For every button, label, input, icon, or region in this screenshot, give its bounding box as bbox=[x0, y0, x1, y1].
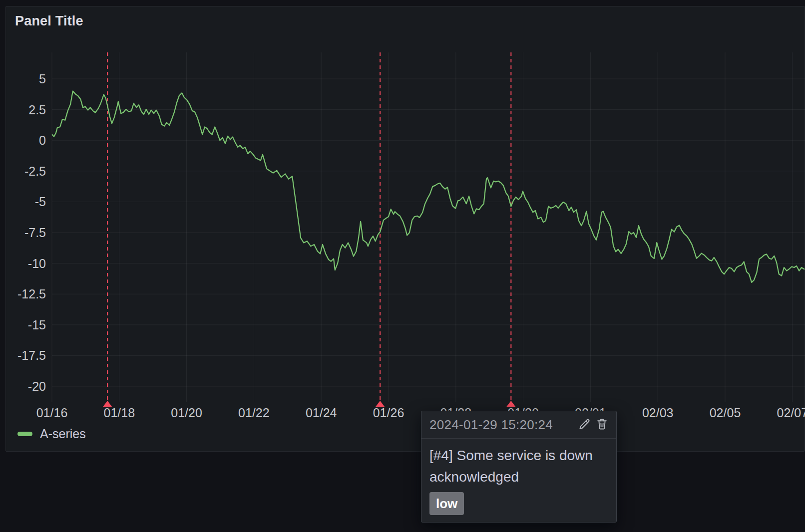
annotation-tooltip-body: [#4] Some service is down acknowledged l… bbox=[421, 439, 616, 515]
x-axis-tick-label: 01/20 bbox=[163, 406, 211, 420]
annotation-tooltip: 2024-01-29 15:20:24 bbox=[421, 411, 617, 523]
legend-series-label: A-series bbox=[40, 426, 86, 441]
legend-item-a-series[interactable]: A-series bbox=[17, 426, 86, 441]
timeseries-panel bbox=[5, 6, 805, 452]
edit-annotation-button[interactable] bbox=[577, 417, 592, 432]
x-axis-tick-label: 01/16 bbox=[28, 406, 76, 420]
y-axis-tick-label: -15 bbox=[7, 318, 46, 331]
panel-title[interactable]: Panel Title bbox=[15, 13, 83, 29]
x-axis-tick-label: 02/05 bbox=[701, 406, 749, 420]
x-axis-tick-label: 01/24 bbox=[297, 406, 345, 420]
grafana-dashboard: Panel Title A-series 52.50-2.5-5-7.5-10-… bbox=[0, 0, 805, 532]
y-axis-tick-label: -5 bbox=[7, 195, 46, 208]
annotation-text: [#4] Some service is down acknowledged bbox=[429, 445, 608, 488]
x-axis-tick-label: 02/03 bbox=[634, 406, 682, 420]
y-axis-tick-label: 2.5 bbox=[7, 103, 46, 116]
y-axis-tick-label: 5 bbox=[7, 72, 46, 85]
y-axis-tick-label: -12.5 bbox=[7, 287, 46, 300]
trash-icon bbox=[595, 417, 609, 432]
annotation-tooltip-header: 2024-01-29 15:20:24 bbox=[421, 411, 616, 439]
x-axis-tick-label: 02/07 bbox=[769, 406, 805, 420]
annotation-timestamp: 2024-01-29 15:20:24 bbox=[429, 417, 574, 433]
x-axis-tick-label: 01/22 bbox=[230, 406, 278, 420]
pencil-icon bbox=[578, 417, 591, 432]
delete-annotation-button[interactable] bbox=[594, 417, 609, 432]
y-axis-tick-label: -17.5 bbox=[7, 349, 46, 362]
y-axis-tick-label: 0 bbox=[7, 134, 46, 147]
x-axis-tick-label: 01/18 bbox=[95, 406, 143, 420]
y-axis-tick-label: -20 bbox=[7, 380, 46, 393]
annotation-tag-low: low bbox=[429, 492, 464, 515]
x-axis-tick-label: 01/26 bbox=[365, 406, 412, 420]
y-axis-tick-label: -7.5 bbox=[7, 226, 46, 239]
series-color-marker-icon bbox=[17, 432, 32, 436]
y-axis-tick-label: -2.5 bbox=[7, 165, 46, 178]
y-axis-tick-label: -10 bbox=[7, 257, 46, 270]
